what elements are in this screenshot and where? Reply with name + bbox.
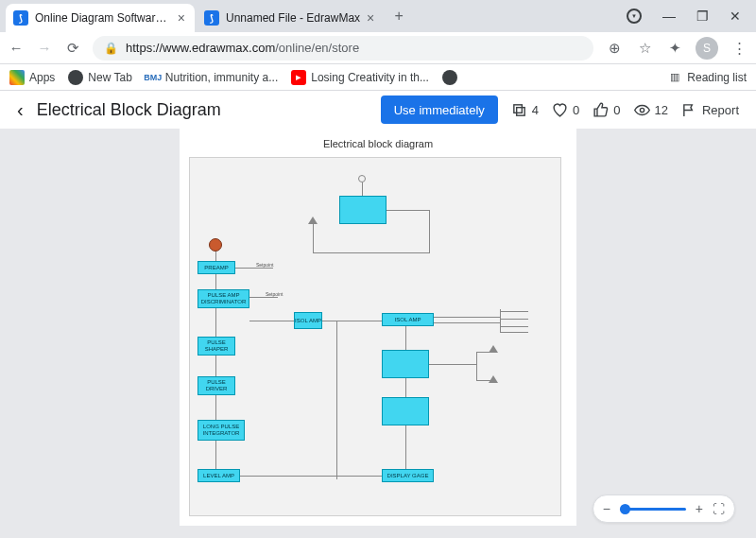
maximize-icon[interactable]: ❐ — [696, 9, 709, 24]
menu-icon[interactable]: ⋮ — [730, 40, 748, 57]
page-header: ‹ Electrical Block Diagram Use immediate… — [0, 91, 756, 129]
connector — [476, 380, 490, 381]
connector — [235, 268, 273, 269]
connector — [405, 378, 406, 397]
globe-icon — [68, 70, 83, 85]
minimize-icon[interactable]: — — [662, 9, 676, 24]
fullscreen-icon[interactable]: ⛶ — [713, 502, 725, 516]
block-pulse-shaper: PULSE SHAPER — [198, 337, 235, 356]
bookmark-item[interactable]: New Tab — [68, 70, 131, 85]
diagram-canvas[interactable]: PREAMP Setpoint PULSE AMP DISCRIMINATOR … — [189, 157, 561, 516]
back-icon[interactable]: ← — [8, 40, 25, 56]
copies-stat[interactable]: 4 — [511, 102, 539, 118]
url-text: https://www.edrawmax.com/online/en/store — [126, 41, 359, 55]
connector — [313, 252, 430, 253]
lock-icon: 🔒 — [104, 42, 118, 55]
star-icon[interactable]: ☆ — [635, 40, 654, 57]
profile-avatar[interactable]: S — [696, 37, 718, 60]
connector — [322, 321, 336, 321]
connector — [313, 224, 314, 252]
connector — [336, 321, 337, 479]
connector — [434, 317, 500, 318]
connector — [405, 425, 406, 469]
connector — [249, 321, 294, 321]
block-preamp: PREAMP — [198, 261, 235, 274]
block-unnamed — [382, 397, 429, 425]
block-pulse-amp-disc: PULSE AMP DISCRIMINATOR — [198, 289, 249, 308]
account-icon[interactable]: ▼ — [627, 9, 642, 24]
new-tab-button[interactable]: + — [386, 8, 412, 25]
bmj-icon: BMJ — [146, 70, 161, 85]
use-immediately-button[interactable]: Use immediately — [381, 95, 498, 124]
window-controls: ▼ — ❐ ✕ — [627, 9, 756, 24]
connector — [476, 352, 490, 353]
connector — [240, 476, 336, 477]
apps-button[interactable]: Apps — [9, 70, 55, 85]
close-icon[interactable]: × — [178, 10, 185, 26]
connector — [476, 352, 477, 380]
connector — [405, 326, 406, 350]
favicon-edrawmax: ⟆ — [204, 10, 219, 26]
connector — [215, 356, 216, 376]
extensions-icon[interactable]: ✦ — [665, 40, 684, 57]
bookmarks-bar: Apps New Tab BMJ Nutrition, immunity a..… — [0, 64, 756, 91]
close-icon[interactable]: × — [367, 10, 374, 26]
address-bar: ← → ⟳ 🔒 https://www.edrawmax.com/online/… — [0, 32, 756, 64]
connector — [336, 321, 382, 321]
heart-icon — [552, 102, 568, 118]
bookmark-item[interactable]: ▸ Losing Creativity in th... — [291, 70, 429, 85]
search-icon[interactable]: ⊕ — [605, 40, 624, 57]
block-isol-amp2: ISOL AMP — [382, 313, 434, 326]
block-unnamed — [382, 350, 429, 378]
zoom-in-button[interactable]: + — [696, 501, 703, 516]
youtube-icon: ▸ — [291, 70, 306, 85]
browser-tab-active[interactable]: ⟆ Online Diagram Software - EdrawM... × — [6, 4, 195, 32]
copy-icon — [511, 102, 527, 118]
document-page: Electrical block diagram PREAMP Setpoint… — [180, 129, 576, 526]
zoom-control: − + ⛶ — [593, 495, 735, 523]
url-field[interactable]: 🔒 https://www.edrawmax.com/online/en/sto… — [93, 36, 593, 61]
label-setpoint: Setpoint — [256, 262, 273, 268]
connector — [336, 476, 382, 477]
block-isol-amp: ISOL AMP — [294, 312, 322, 329]
connector — [215, 274, 216, 289]
reload-icon[interactable]: ⟳ — [64, 40, 81, 57]
bookmark-item[interactable]: BMJ Nutrition, immunity a... — [146, 70, 278, 85]
document-title: Electrical block diagram — [189, 138, 567, 149]
triangle-node — [489, 375, 498, 383]
close-window-icon[interactable]: ✕ — [730, 9, 741, 24]
block-display-gage: DISPLAY GAGE — [382, 469, 434, 482]
views-stat[interactable]: 12 — [634, 102, 668, 118]
svg-rect-1 — [514, 104, 523, 113]
connector — [434, 322, 500, 323]
connector — [500, 326, 528, 327]
connector — [215, 441, 216, 469]
likes-stat[interactable]: 0 — [552, 102, 579, 118]
thumbs-stat[interactable]: 0 — [593, 102, 620, 118]
reading-list-icon: ▥ — [667, 70, 682, 85]
connector — [500, 319, 528, 320]
back-button[interactable]: ‹ — [17, 99, 24, 121]
canvas-area: Electrical block diagram PREAMP Setpoint… — [0, 129, 756, 538]
connector — [500, 309, 501, 333]
bookmark-item[interactable] — [442, 70, 457, 85]
connector — [500, 332, 528, 333]
report-button[interactable]: Report — [681, 102, 739, 118]
browser-titlebar: ⟆ Online Diagram Software - EdrawM... × … — [0, 0, 756, 32]
triangle-node — [308, 217, 318, 224]
flag-icon — [681, 102, 697, 118]
block-long-pulse-int: LONG PULSE INTEGRATOR — [198, 420, 245, 441]
forward-icon[interactable]: → — [36, 40, 53, 56]
connector — [387, 210, 429, 211]
zoom-slider[interactable] — [620, 508, 686, 511]
block-level-amp: LEVEL AMP — [198, 469, 240, 482]
browser-tab-inactive[interactable]: ⟆ Unnamed File - EdrawMax × — [197, 4, 384, 32]
svg-rect-0 — [516, 107, 524, 115]
label-setpoint: Setpoint — [266, 291, 283, 297]
reading-list-button[interactable]: ▥ Reading list — [667, 70, 747, 85]
connector — [429, 364, 476, 365]
tab-title: Unnamed File - EdrawMax — [226, 11, 360, 25]
connector — [215, 308, 216, 337]
zoom-out-button[interactable]: − — [603, 501, 610, 516]
node-circle — [358, 175, 366, 182]
